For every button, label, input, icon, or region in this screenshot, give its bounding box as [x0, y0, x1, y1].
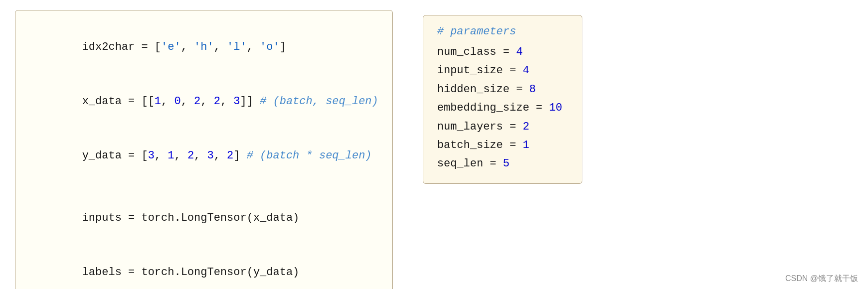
- param-num-class: num_class = 4: [437, 43, 568, 61]
- code-line-ydata: y_data = [3, 1, 2, 3, 2] # (batch * seq_…: [29, 129, 378, 183]
- code-spacer: [29, 183, 378, 191]
- param-hidden-size: hidden_size = 8: [437, 80, 568, 99]
- param-num-layers: num_layers = 2: [437, 118, 568, 136]
- left-column: idx2char = ['e', 'h', 'l', 'o'] x_data =…: [15, 10, 393, 289]
- params-box: # parameters num_class = 4 input_size = …: [423, 15, 582, 184]
- param-batch-size: batch_size = 1: [437, 136, 568, 154]
- param-seq-len: seq_len = 5: [437, 154, 568, 173]
- code-block: idx2char = ['e', 'h', 'l', 'o'] x_data =…: [15, 10, 393, 289]
- code-line-xdata: x_data = [[1, 0, 2, 2, 3]] # (batch, seq…: [29, 75, 378, 129]
- code-line-idx2char: idx2char = ['e', 'h', 'l', 'o']: [29, 20, 378, 75]
- main-container: idx2char = ['e', 'h', 'l', 'o'] x_data =…: [0, 0, 868, 289]
- code-line-inputs: inputs = torch.LongTensor(x_data): [29, 191, 378, 246]
- params-comment: # parameters: [437, 25, 568, 38]
- param-embedding-size: embedding_size = 10: [437, 99, 568, 117]
- param-input-size: input_size = 4: [437, 61, 568, 80]
- code-line-labels: labels = torch.LongTensor(y_data): [29, 246, 378, 289]
- watermark: CSDN @饿了就干饭: [785, 274, 858, 284]
